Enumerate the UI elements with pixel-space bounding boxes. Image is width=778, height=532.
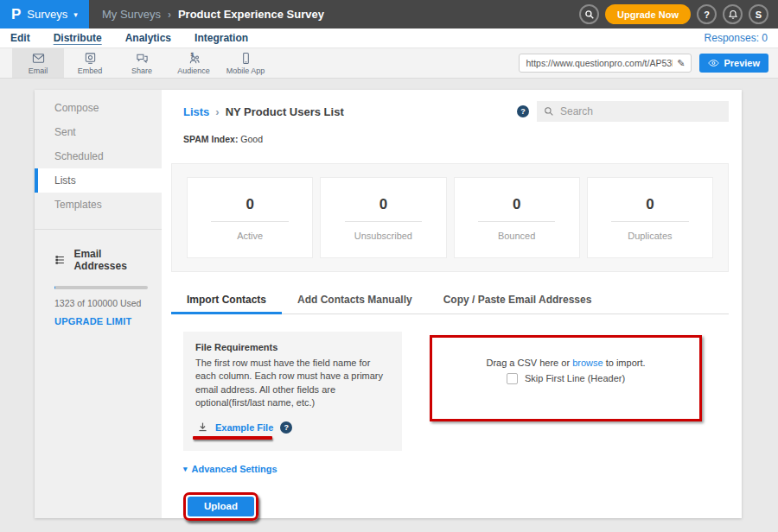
distribute-toolbar: Email Embed Share $ Audience Mobile App … <box>0 48 778 79</box>
channel-embed[interactable]: Embed <box>64 48 116 78</box>
questionpro-app: P Surveys ▾ My Surveys › Product Experie… <box>0 0 778 532</box>
annotation-box-upload: Upload <box>183 492 258 521</box>
channel-audience[interactable]: $ Audience <box>168 48 220 78</box>
sidebar-item-lists[interactable]: Lists <box>35 168 162 193</box>
breadcrumb-my-surveys[interactable]: My Surveys <box>102 8 161 21</box>
channel-list: Email Embed Share $ Audience Mobile App <box>12 48 271 78</box>
svg-text:$: $ <box>190 52 194 57</box>
notifications-button[interactable] <box>723 4 743 24</box>
email-usage-text: 1323 of 100000 Used <box>54 298 148 308</box>
mobile-app-icon <box>239 52 252 65</box>
caret-down-icon: ▾ <box>183 465 188 473</box>
channel-email[interactable]: Email <box>12 48 64 78</box>
questionpro-logo-icon: P <box>11 6 21 23</box>
email-usage-progress-fill <box>54 286 55 289</box>
stat-divider <box>478 221 555 222</box>
sidebar-item-compose[interactable]: Compose <box>35 96 162 120</box>
upload-button[interactable]: Upload <box>188 497 254 516</box>
email-icon <box>32 52 45 65</box>
browse-link[interactable]: browse <box>572 358 603 368</box>
spam-index-label: SPAM Index: <box>183 134 238 144</box>
list-detail-main: Lists › NY Product Users List ? SPAM Ind… <box>162 90 742 518</box>
stat-label: Duplicates <box>588 231 712 241</box>
survey-nav: Edit Distribute Analytics Integration Re… <box>0 28 778 48</box>
sidebar-item-templates[interactable]: Templates <box>35 193 162 217</box>
chevron-right-icon: › <box>215 105 219 118</box>
avatar-initial: S <box>756 10 762 20</box>
help-button[interactable]: ? <box>697 4 717 24</box>
email-usage-section: Email Addresses 1323 of 100000 Used UPGR… <box>35 230 162 326</box>
email-addresses-header: Email Addresses <box>54 248 148 272</box>
spam-index-value: Good <box>240 134 263 144</box>
email-sidebar: Compose Sent Scheduled Lists Templates E… <box>35 90 162 518</box>
spam-index-row: SPAM Index: Good <box>183 134 729 144</box>
sidebar-item-sent[interactable]: Sent <box>35 120 162 144</box>
download-icon <box>197 421 208 433</box>
topbar: P Surveys ▾ My Surveys › Product Experie… <box>0 0 778 28</box>
tab-import-contacts[interactable]: Import Contacts <box>171 286 282 314</box>
topbar-actions: Upgrade Now ? S <box>579 4 778 24</box>
contacts-tabs: Import Contacts Add Contacts Manually Co… <box>171 286 729 314</box>
tab-copy-paste-email-addresses[interactable]: Copy / Paste Email Addresses <box>428 286 608 314</box>
stat-card-active: 0 Active <box>187 177 313 258</box>
stat-value: 0 <box>188 196 312 213</box>
search-icon <box>584 10 595 20</box>
email-usage-progress <box>54 286 148 289</box>
stat-label: Active <box>188 231 312 241</box>
csv-dropzone[interactable]: Drag a CSV here or browse to import. Ski… <box>432 338 699 419</box>
contact-search-box[interactable] <box>537 101 729 122</box>
responses-count[interactable]: Responses: 0 <box>705 32 768 44</box>
stat-value: 0 <box>455 196 579 213</box>
breadcrumb-lists-link[interactable]: Lists <box>183 105 209 118</box>
audience-icon: $ <box>188 52 201 65</box>
nav-item-integration[interactable]: Integration <box>194 32 248 44</box>
bell-icon <box>728 10 738 20</box>
stat-value: 0 <box>321 196 445 213</box>
nav-item-edit[interactable]: Edit <box>10 32 30 44</box>
channel-share[interactable]: Share <box>116 48 168 78</box>
embed-icon <box>84 52 97 65</box>
survey-url-text: https://www.questionpro.com/t/AP53kZgfo <box>526 58 673 68</box>
chevron-right-icon: › <box>168 9 171 21</box>
search-button[interactable] <box>579 4 599 24</box>
question-mark-icon: ? <box>704 10 710 20</box>
list-stats-strip: 0 Active 0 Unsubscribed 0 Bounced 0 <box>171 163 729 272</box>
skip-first-line-checkbox[interactable] <box>507 373 518 384</box>
upgrade-now-button[interactable]: Upgrade Now <box>605 4 691 24</box>
example-file-help-icon[interactable]: ? <box>280 421 292 434</box>
file-requirements-title: File Requirements <box>195 342 390 352</box>
account-avatar[interactable]: S <box>749 4 768 24</box>
upgrade-limit-link[interactable]: UPGRADE LIMIT <box>54 316 148 326</box>
annotation-underline-example-file <box>193 436 272 440</box>
survey-title: Product Experience Survey <box>178 8 324 21</box>
nav-item-analytics[interactable]: Analytics <box>125 32 171 44</box>
tab-add-contacts-manually[interactable]: Add Contacts Manually <box>282 286 428 314</box>
search-input[interactable] <box>560 105 722 117</box>
stat-value: 0 <box>588 196 712 213</box>
import-content-row: File Requirements The first row must hav… <box>183 332 729 451</box>
stat-card-unsubscribed: 0 Unsubscribed <box>320 177 446 258</box>
skip-first-line-label: Skip First Line (Header) <box>525 373 625 383</box>
email-addresses-title: Email Addresses <box>73 248 148 272</box>
stat-divider <box>211 221 288 222</box>
preview-button[interactable]: Preview <box>699 54 768 73</box>
channel-mobile-app[interactable]: Mobile App <box>220 48 271 78</box>
list-header-row: Lists › NY Product Users List ? <box>183 101 729 122</box>
list-icon <box>54 255 65 265</box>
edit-url-icon[interactable]: ✎ <box>677 58 685 69</box>
nav-item-distribute[interactable]: Distribute <box>54 32 102 44</box>
help-icon[interactable]: ? <box>517 105 529 117</box>
example-file-link[interactable]: Example File <box>215 422 273 433</box>
chevron-down-icon: ▾ <box>73 10 78 19</box>
stat-card-duplicates: 0 Duplicates <box>587 177 713 258</box>
annotation-box-dropzone: Drag a CSV here or browse to import. Ski… <box>430 335 702 421</box>
list-header-actions: ? <box>517 101 729 122</box>
product-switcher[interactable]: P Surveys ▾ <box>0 0 89 28</box>
sidebar-item-scheduled[interactable]: Scheduled <box>35 144 162 168</box>
advanced-settings-toggle[interactable]: ▾ Advanced Settings <box>183 464 729 474</box>
survey-url-field[interactable]: https://www.questionpro.com/t/AP53kZgfo … <box>519 54 692 73</box>
stat-divider <box>611 221 688 222</box>
eye-icon <box>708 59 719 67</box>
share-icon <box>136 52 149 65</box>
list-name: NY Product Users List <box>226 105 344 118</box>
